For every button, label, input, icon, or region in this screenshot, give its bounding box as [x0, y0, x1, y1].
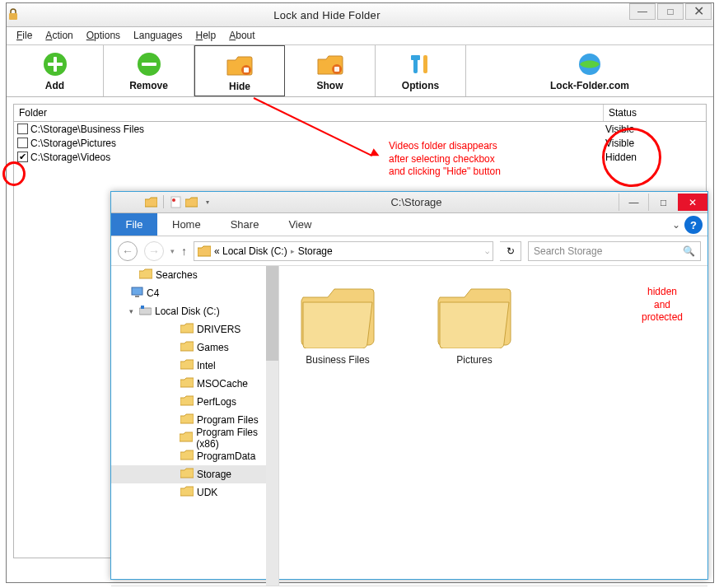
svg-rect-18 — [139, 308, 152, 315]
forward-button[interactable]: → — [144, 241, 164, 261]
nav-tree[interactable]: SearchesC4▾Local Disk (C:)DRIVERSGamesIn… — [111, 266, 279, 586]
tree-label: UDK — [197, 487, 217, 498]
minimize-button[interactable]: — — [629, 3, 656, 20]
tree-item[interactable]: Program Files (x86) — [111, 429, 278, 447]
options-button[interactable]: Options — [376, 45, 466, 96]
row-path: C:\Storage\Pictures — [30, 138, 116, 149]
tree-label: PerfLogs — [197, 396, 236, 408]
list-header[interactable]: Folder Status — [13, 104, 707, 122]
tree-item[interactable]: PerfLogs — [111, 393, 278, 411]
folder-icon — [180, 359, 194, 372]
svg-rect-19 — [141, 306, 144, 309]
maximize-button[interactable]: □ — [657, 3, 684, 20]
history-dropdown-icon[interactable]: ▾ — [170, 247, 175, 255]
annotation-main: Videos folder disappears after selecting… — [389, 140, 501, 179]
row-checkbox[interactable] — [17, 138, 28, 148]
qat-newfolder-icon[interactable] — [184, 195, 198, 209]
content-pane[interactable]: Business Files Pictureshidden and protec… — [279, 266, 707, 586]
folder-icon — [180, 450, 194, 463]
titlebar[interactable]: Lock and Hide Folder — □ ✕ — [7, 3, 713, 27]
svg-rect-14 — [171, 197, 180, 208]
add-button[interactable]: Add — [7, 45, 104, 96]
content-folder[interactable]: Business Files — [292, 282, 383, 366]
qat-dropdown-icon[interactable]: ▾ — [200, 195, 214, 209]
remove-button[interactable]: Remove — [104, 45, 194, 96]
breadcrumb-seg2[interactable]: Storage — [298, 245, 333, 257]
folder-show-icon — [285, 50, 375, 78]
search-input[interactable]: Search Storage 🔍 — [528, 241, 701, 261]
row-status: Visible — [600, 138, 703, 149]
menu-options[interactable]: Options — [86, 30, 120, 41]
tree-item[interactable]: Intel — [111, 357, 278, 375]
tree-item[interactable]: UDK — [111, 483, 278, 502]
tree-item[interactable]: ▾Local Disk (C:) — [111, 302, 278, 320]
qat-folder-icon[interactable] — [144, 195, 158, 209]
row-path: C:\Storage\Videos — [30, 152, 110, 163]
folder-hide-icon — [195, 51, 284, 79]
explorer-maximize-button[interactable]: □ — [648, 194, 678, 211]
tree-item[interactable]: ProgramData — [111, 447, 278, 465]
explorer-title: C:\Storage — [214, 196, 619, 208]
breadcrumb[interactable]: « Local Disk (C:) ▸ Storage ⌵ — [194, 241, 493, 261]
qat-properties-icon[interactable] — [169, 195, 183, 209]
ribbon-expand-icon[interactable]: ⌄ — [668, 213, 684, 236]
ribbon-home-tab[interactable]: Home — [157, 213, 216, 236]
explorer-minimize-button[interactable]: — — [619, 194, 648, 211]
menu-file[interactable]: File — [16, 30, 32, 41]
col-folder[interactable]: Folder — [14, 105, 604, 121]
tree-label: Program Files — [197, 414, 259, 426]
explorer-ribbon: File Home Share View ⌄ ? — [111, 213, 707, 236]
large-folder-icon — [298, 282, 377, 348]
website-button[interactable]: Lock-Folder.com — [466, 45, 713, 96]
row-checkbox[interactable]: ✔ — [17, 152, 28, 162]
menu-help[interactable]: Help — [196, 30, 217, 41]
menubar: File Action Options Languages Help About — [7, 27, 713, 45]
list-row[interactable]: C:\Storage\PicturesVisible — [14, 136, 706, 150]
search-icon: 🔍 — [683, 245, 695, 257]
help-icon[interactable]: ? — [684, 216, 703, 234]
col-status[interactable]: Status — [604, 105, 706, 121]
breadcrumb-seg1[interactable]: « Local Disk (C:) — [214, 245, 287, 257]
refresh-button[interactable]: ↻ — [500, 241, 521, 261]
tree-label: Local Disk (C:) — [155, 306, 220, 317]
svg-rect-11 — [423, 55, 427, 73]
tree-item[interactable]: MSOCache — [111, 375, 278, 393]
up-button[interactable]: ↑ — [181, 245, 187, 258]
tree-item[interactable]: Storage — [111, 465, 278, 483]
hide-button[interactable]: Hide — [194, 45, 285, 96]
svg-rect-9 — [334, 67, 339, 72]
list-row[interactable]: C:\Storage\Business FilesVisible — [14, 122, 706, 136]
row-checkbox[interactable] — [17, 124, 28, 134]
pc-icon — [131, 287, 143, 300]
explorer-titlebar[interactable]: ▾ C:\Storage — □ ✕ — [111, 192, 707, 213]
tree-label: Searches — [156, 269, 198, 281]
ribbon-view-tab[interactable]: View — [273, 213, 326, 236]
tree-item[interactable]: Searches — [111, 266, 278, 284]
tree-item[interactable]: C4 — [111, 284, 278, 302]
ribbon-file-tab[interactable]: File — [111, 213, 157, 236]
svg-rect-0 — [9, 13, 17, 20]
show-button[interactable]: Show — [285, 45, 376, 96]
search-placeholder: Search Storage — [534, 245, 602, 257]
menu-action[interactable]: Action — [45, 30, 72, 41]
svg-rect-7 — [244, 68, 249, 72]
window-title: Lock and Hide Folder — [25, 9, 629, 21]
drive-icon — [139, 306, 152, 318]
tree-scroll-thumb[interactable] — [266, 266, 278, 361]
list-row[interactable]: ✔C:\Storage\VideosHidden — [14, 150, 706, 164]
menu-languages[interactable]: Languages — [133, 30, 182, 41]
folder-icon — [180, 341, 194, 354]
menu-about[interactable]: About — [229, 30, 254, 41]
tree-item[interactable]: Games — [111, 338, 278, 357]
app-icon — [7, 8, 25, 21]
row-status: Visible — [600, 124, 703, 135]
content-folder[interactable]: Pictures — [429, 282, 520, 366]
folder-icon — [180, 468, 194, 481]
back-button[interactable]: ← — [118, 241, 138, 261]
tree-item[interactable]: DRIVERS — [111, 320, 278, 338]
explorer-body: SearchesC4▾Local Disk (C:)DRIVERSGamesIn… — [111, 266, 707, 586]
crumb-dropdown-icon[interactable]: ⌵ — [485, 247, 489, 255]
ribbon-share-tab[interactable]: Share — [216, 213, 274, 236]
close-button[interactable]: ✕ — [685, 3, 712, 20]
explorer-close-button[interactable]: ✕ — [678, 194, 707, 211]
